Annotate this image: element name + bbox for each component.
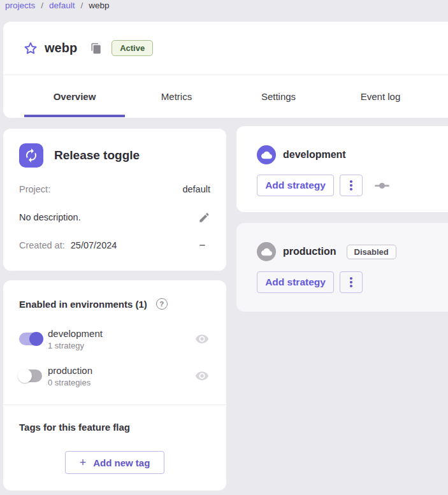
tags-title: Tags for this feature flag	[19, 422, 210, 433]
created-value: 25/07/2024	[71, 240, 117, 250]
drag-handle-icon	[375, 183, 389, 188]
production-toggle[interactable]	[19, 369, 42, 382]
edit-description-button[interactable]	[198, 212, 210, 224]
environments-card: Enabled in environments (1) ? developmen…	[3, 280, 226, 491]
add-new-tag-button[interactable]: + Add new tag	[65, 451, 164, 474]
breadcrumb-current: webp	[89, 1, 109, 10]
development-strategies-panel: development Add strategy	[236, 126, 448, 212]
flag-details-card: Release toggle Project: default No descr…	[3, 129, 226, 271]
add-strategy-button[interactable]: Add strategy	[257, 175, 334, 196]
cloud-icon	[257, 145, 276, 164]
add-strategy-button[interactable]: Add strategy	[257, 271, 334, 293]
breadcrumb-separator: /	[81, 1, 83, 10]
pencil-icon	[198, 212, 210, 224]
help-icon[interactable]: ?	[156, 298, 168, 310]
project-row: Project: default	[19, 183, 210, 196]
tab-metrics[interactable]: Metrics	[126, 75, 228, 117]
page-title: webp	[45, 41, 77, 55]
feature-header-card: webp Active Overview Metrics Settings Ev…	[3, 22, 448, 118]
development-toggle[interactable]	[19, 333, 42, 345]
panel-actions: Add strategy	[257, 175, 448, 196]
plus-icon: +	[80, 457, 87, 468]
eye-icon[interactable]	[195, 369, 209, 383]
environment-row-production: production 0 strategies	[19, 364, 210, 388]
breadcrumb-projects[interactable]: projects	[5, 1, 35, 10]
environment-strategy-count: 0 strategies	[48, 377, 195, 388]
environment-name: development	[48, 327, 195, 340]
more-actions-kebab-button[interactable]	[340, 271, 363, 293]
description-row: No description.	[19, 211, 210, 224]
disabled-badge: Disabled	[347, 245, 396, 259]
eye-icon[interactable]	[195, 332, 209, 346]
title-row: webp Active	[3, 22, 448, 75]
favorite-star-icon[interactable]	[23, 41, 38, 56]
flag-type-row: Release toggle	[19, 143, 210, 168]
production-strategies-panel: production Disabled Add strategy	[236, 223, 448, 312]
status-badge: Active	[112, 40, 153, 56]
environments-title: Enabled in environments (1)	[19, 299, 147, 310]
panel-actions: Add strategy	[257, 271, 448, 293]
toggle-knob	[18, 369, 32, 383]
section-divider	[3, 405, 226, 405]
toggle-knob	[29, 332, 43, 346]
description-text: No description.	[19, 212, 81, 222]
project-value: default	[182, 184, 210, 194]
panel-header: production Disabled	[257, 242, 448, 261]
environments-header: Enabled in environments (1) ?	[19, 298, 210, 310]
environment-strategy-count: 1 strategy	[48, 340, 195, 351]
tab-bar: Overview Metrics Settings Event log	[3, 75, 448, 117]
add-new-tag-label: Add new tag	[93, 457, 150, 468]
cloud-icon	[257, 242, 276, 261]
tab-overview[interactable]: Overview	[24, 75, 126, 117]
more-actions-kebab-button[interactable]	[340, 175, 363, 196]
environment-panel-name: production	[283, 246, 336, 257]
breadcrumb-default[interactable]: default	[49, 1, 75, 10]
created-row: Created at: 25/07/2024	[19, 239, 210, 252]
environment-row-development: development 1 strategy	[19, 327, 210, 351]
release-toggle-icon	[19, 143, 43, 168]
dash-icon	[199, 245, 205, 247]
breadcrumb-separator: /	[41, 1, 43, 10]
tab-event-log[interactable]: Event log	[329, 75, 431, 117]
active-tab-indicator	[24, 115, 125, 117]
copy-icon[interactable]	[90, 43, 102, 54]
environment-name: production	[48, 364, 195, 377]
project-label: Project:	[19, 184, 50, 194]
environment-panel-name: development	[283, 149, 346, 161]
breadcrumb: projects / default / webp	[5, 1, 110, 10]
tab-settings[interactable]: Settings	[228, 75, 329, 117]
flag-type-title: Release toggle	[54, 148, 140, 162]
panel-header: development	[257, 145, 448, 164]
created-label: Created at:	[19, 240, 65, 250]
